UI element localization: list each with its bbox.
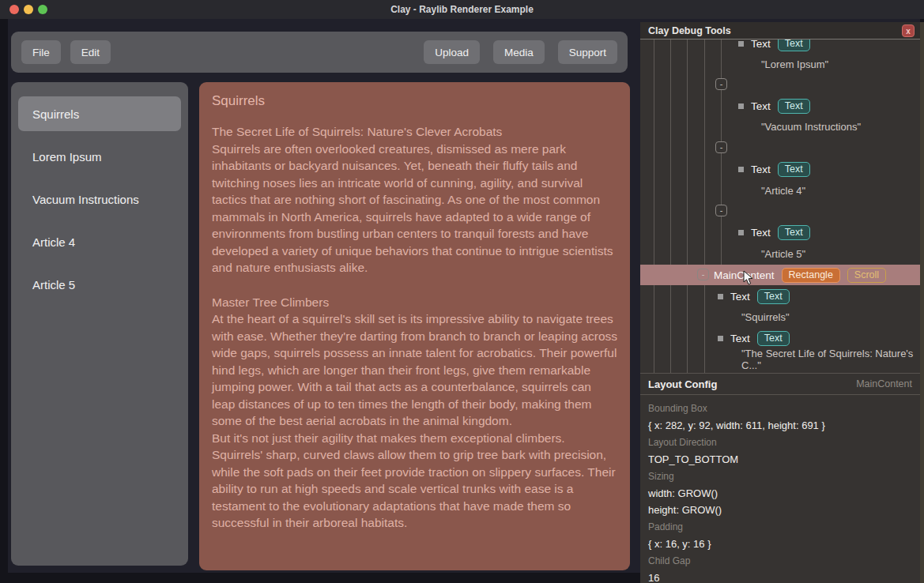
maincontent-row[interactable]: - MainContent Rectangle Scroll: [640, 265, 920, 285]
string-value: "Vacuum Instructions": [761, 121, 861, 133]
element-tree: Text Text "Lorem Ipsum" - Text Text "Vac…: [640, 39, 920, 373]
element-name: Text: [730, 333, 750, 344]
string-value: "Squirrels": [741, 311, 790, 323]
text-type-badge: Text: [778, 162, 810, 177]
element-name: Text: [730, 291, 750, 303]
config-field-label: Child Gap: [648, 553, 912, 570]
tree-string-row: "Squirrels": [640, 307, 920, 327]
sidebar-item-vacuum-instructions[interactable]: Vacuum Instructions: [18, 182, 181, 216]
element-name: Text: [751, 39, 771, 50]
config-field-label: Padding: [648, 519, 912, 536]
tree-toggle-row: -: [640, 74, 920, 95]
string-value: "Article 4": [761, 185, 805, 197]
element-bullet-icon: [718, 294, 723, 299]
clay-debug-panel: Clay Debug Tools x Text Text "Lorem Ipsu…: [640, 22, 920, 583]
toolbar-right-group: Upload Media Support: [424, 40, 617, 64]
string-value: "The Secret Life of Squirrels: Nature's …: [741, 348, 920, 371]
layout-config-section: Layout Config MainContent Bounding Box {…: [640, 373, 920, 583]
config-field-label: Layout Direction: [648, 434, 912, 451]
tree-string-row: "Article 5": [640, 243, 920, 264]
article-paragraph-1: The Secret Life of Squirrels: Nature's C…: [212, 123, 617, 276]
article-p1-body: Squirrels are often overlooked creatures…: [212, 141, 617, 276]
tree-string-row: "Lorem Ipsum": [640, 54, 920, 74]
sidebar-item-lorem-ipsum[interactable]: Lorem Ipsum: [18, 139, 181, 174]
main-content[interactable]: Squirrels The Secret Life of Squirrels: …: [199, 82, 630, 570]
text-type-badge: Text: [778, 39, 810, 51]
tree-toggle-row: -: [640, 201, 920, 221]
text-type-badge: Text: [778, 99, 810, 114]
string-value: "Lorem Ipsum": [761, 58, 828, 70]
element-bullet-icon: [738, 103, 744, 109]
tree-element-row[interactable]: Text Text: [640, 39, 920, 54]
toolbar: File Edit Upload Media Support: [11, 32, 628, 73]
element-name: Text: [751, 164, 771, 175]
config-field-value: { x: 282, y: 92, width: 611, height: 691…: [648, 417, 912, 434]
tree-element-row[interactable]: Text Text: [640, 328, 920, 348]
sidebar-item-squirrels[interactable]: Squirrels: [18, 96, 181, 131]
rectangle-type-badge: Rectangle: [782, 268, 840, 283]
tree-element-row[interactable]: Text Text: [640, 222, 920, 243]
article-p1-heading: The Secret Life of Squirrels: Nature's C…: [212, 123, 617, 141]
layout-config-rows: Bounding Box { x: 282, y: 92, width: 611…: [640, 395, 920, 583]
tree-element-row[interactable]: Text Text: [640, 159, 920, 179]
element-name: Text: [751, 227, 771, 239]
media-button[interactable]: Media: [493, 40, 545, 64]
upload-button[interactable]: Upload: [424, 40, 480, 64]
tree-element-row[interactable]: Text Text: [640, 96, 920, 116]
article-title: Squirrels: [212, 93, 617, 109]
mouse-cursor-icon: [743, 270, 754, 289]
toolbar-left-group: File Edit: [21, 40, 111, 64]
article-p2-heading: Master Tree Climbers: [212, 294, 617, 311]
article-p2-body-1: At the heart of a squirrel's skill set i…: [212, 310, 617, 430]
config-field-value: { x: 16, y: 16 }: [648, 536, 912, 553]
element-name: Text: [751, 100, 771, 112]
config-field-label: Bounding Box: [648, 400, 912, 417]
element-bullet-icon: [738, 41, 744, 47]
collapse-toggle-icon[interactable]: -: [715, 141, 727, 153]
tree-element-row[interactable]: Text Text: [640, 286, 920, 307]
string-value: "Article 5": [761, 248, 805, 260]
tree-string-row: "Article 4": [640, 180, 920, 201]
window-title: Clay - Raylib Renderer Example: [0, 0, 924, 19]
text-type-badge: Text: [778, 225, 810, 240]
screen: Clay - Raylib Renderer Example File Edit…: [0, 0, 924, 583]
debug-panel-header: Clay Debug Tools x: [640, 22, 920, 39]
config-field-value: height: GROW(): [648, 502, 912, 519]
titlebar: Clay - Raylib Renderer Example: [0, 0, 924, 19]
desktop-edge-strip: [920, 22, 924, 583]
element-bullet-icon: [738, 230, 744, 235]
article-p2-body-2: But it's not just their agility that mak…: [212, 430, 617, 532]
selected-element-name: MainContent: [856, 378, 912, 389]
text-type-badge: Text: [757, 289, 790, 304]
config-field-value: width: GROW(): [648, 485, 912, 502]
layout-config-title: Layout Config: [648, 378, 717, 390]
edit-button[interactable]: Edit: [70, 40, 111, 64]
layout-config-header: Layout Config MainContent: [640, 373, 920, 395]
collapse-toggle-icon[interactable]: -: [697, 269, 709, 280]
tree-string-row: "Vacuum Instructions": [640, 116, 920, 137]
tree-toggle-row: -: [640, 137, 920, 158]
element-bullet-icon: [738, 167, 744, 172]
collapse-toggle-icon[interactable]: -: [715, 205, 727, 216]
element-bullet-icon: [718, 336, 723, 341]
config-field-value: 16: [648, 570, 912, 583]
support-button[interactable]: Support: [558, 40, 617, 64]
config-field-label: Sizing: [648, 468, 912, 485]
collapse-toggle-icon[interactable]: -: [715, 78, 727, 90]
sidebar: Squirrels Lorem Ipsum Vacuum Instruction…: [11, 82, 188, 566]
file-button[interactable]: File: [21, 40, 61, 64]
tree-string-row: "The Secret Life of Squirrels: Nature's …: [640, 349, 920, 370]
debug-panel-title: Clay Debug Tools: [640, 25, 731, 36]
text-type-badge: Text: [757, 331, 790, 346]
sidebar-item-article-5[interactable]: Article 5: [18, 267, 181, 302]
sidebar-item-article-4[interactable]: Article 4: [18, 224, 181, 259]
config-field-value: TOP_TO_BOTTOM: [648, 451, 912, 468]
debug-close-button[interactable]: x: [902, 24, 915, 37]
scroll-type-badge: Scroll: [847, 268, 886, 283]
article-paragraph-2: Master Tree Climbers At the heart of a s…: [212, 294, 617, 532]
